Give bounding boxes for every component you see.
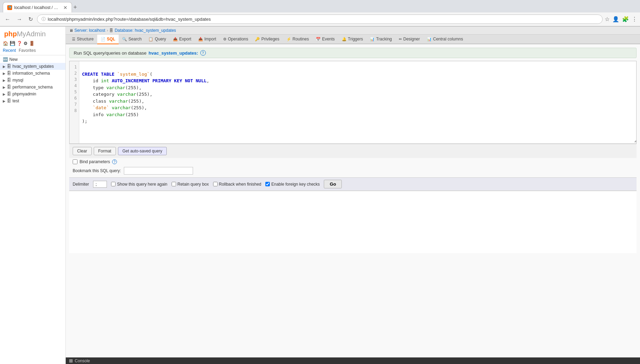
database-breadcrumb[interactable]: Database: hvac_system_updates xyxy=(115,28,176,33)
tab-export-label: Export xyxy=(179,37,191,41)
server-breadcrumb[interactable]: Server: localhost xyxy=(74,28,105,33)
tab-operations-icon: ⚙ xyxy=(223,37,227,41)
delimiter-input[interactable] xyxy=(93,181,107,188)
query-help-icon[interactable]: ? xyxy=(200,50,206,56)
active-tab[interactable]: 🐬 localhost / localhost / hv... ✕ xyxy=(3,2,72,12)
tab-export[interactable]: 📤Export xyxy=(170,35,195,44)
query-header: Run SQL query/queries on database hvac_s… xyxy=(69,48,637,58)
line-4: 4 xyxy=(72,83,77,89)
db-label-information_schema: information_schema xyxy=(12,71,50,76)
delimiter-row: Delimiter Show this query here again Ret… xyxy=(69,177,637,191)
tab-triggers[interactable]: 🔔Triggers xyxy=(338,35,367,44)
show-query-checkbox[interactable] xyxy=(111,182,116,186)
tab-title: localhost / localhost / hv... xyxy=(14,5,60,10)
line-numbers: 1 2 3 4 5 6 7 8 xyxy=(70,61,79,143)
tab-search[interactable]: 🔍Search xyxy=(119,35,145,44)
sidebar-db-information_schema[interactable]: ▶🗄information_schema xyxy=(0,70,65,77)
sidebar-db-performance_schema[interactable]: ▶🗄performance_schema xyxy=(0,84,65,91)
sidebar-db-test[interactable]: ▶🗄test xyxy=(0,97,65,104)
clear-button[interactable]: Clear xyxy=(73,147,92,155)
retain-query-checkbox[interactable] xyxy=(172,182,176,186)
new-tab-button[interactable]: + xyxy=(73,4,77,11)
sidebar-new-item[interactable]: 🆕 New xyxy=(0,56,65,63)
tab-import-icon: 📥 xyxy=(198,37,203,41)
nav-bar: ← → ↻ ⓘ localhost/phpmyadmin/index.php?r… xyxy=(0,12,640,26)
rollback-checkbox[interactable] xyxy=(213,182,218,186)
console-bar[interactable]: Console xyxy=(66,357,640,364)
favorites-tab[interactable]: Favorites xyxy=(19,48,36,53)
tab-routines-label: Routines xyxy=(293,37,309,41)
breadcrumb-sep-1: › xyxy=(107,28,108,33)
tab-tracking-label: Tracking xyxy=(376,37,392,41)
tab-routines[interactable]: ⚡Routines xyxy=(283,35,312,44)
db-name-link[interactable]: hvac_system_updates: xyxy=(149,50,198,56)
get-autosaved-button[interactable]: Get auto-saved query xyxy=(118,147,167,155)
db-expand-icon: ▶ xyxy=(3,78,6,82)
extensions-button[interactable]: 🧩 xyxy=(622,16,629,22)
go-button[interactable]: Go xyxy=(324,180,342,188)
show-query-label: Show this query here again xyxy=(111,182,167,187)
sidebar-home-btn[interactable]: 🏠 xyxy=(3,41,8,46)
line-1: 1 xyxy=(72,64,77,70)
tab-privileges[interactable]: 🔑Privileges xyxy=(252,35,283,44)
address-bar[interactable]: ⓘ localhost/phpmyadmin/index.php?route=/… xyxy=(37,15,603,24)
address-text: localhost/phpmyadmin/index.php?route=/da… xyxy=(48,17,598,22)
bookmark-input[interactable] xyxy=(124,167,193,175)
foreign-key-checkbox[interactable] xyxy=(265,182,270,186)
tab-operations-label: Operations xyxy=(228,37,248,41)
tab-designer-icon: ✏ xyxy=(399,37,402,41)
menu-button[interactable]: ⋮ xyxy=(632,16,637,22)
refresh-button[interactable]: ↻ xyxy=(26,15,35,23)
bottom-toolbar: Clear Format Get auto-saved query xyxy=(69,144,637,158)
line-6: 6 xyxy=(72,95,77,101)
bookmark-star-button[interactable]: ☆ xyxy=(605,16,610,22)
db-icon-hvac_system_updates: 🗄 xyxy=(7,64,11,69)
bind-parameters-checkbox[interactable] xyxy=(73,159,77,164)
bind-parameters-help[interactable]: ? xyxy=(112,159,117,164)
tab-privileges-label: Privileges xyxy=(261,37,279,41)
tab-search-label: Search xyxy=(128,37,141,41)
sql-textarea[interactable]: CREATE TABLE `system_log`( id int AUTO_I… xyxy=(79,61,636,143)
tab-query[interactable]: 📋Query xyxy=(145,35,170,44)
retain-query-label: Retain query box xyxy=(172,182,209,187)
db-icon-test: 🗄 xyxy=(7,99,11,103)
sidebar-db-phpmyadmin[interactable]: ▶🗄phpmyadmin xyxy=(0,91,65,97)
bind-parameters-row: Bind parameters ? xyxy=(69,158,637,166)
sidebar-db-mysql[interactable]: ▶🗄mysql xyxy=(0,77,65,84)
tab-central_columns-icon: 📊 xyxy=(427,37,432,41)
tab-close-button[interactable]: ✕ xyxy=(63,5,67,10)
tab-designer-label: Designer xyxy=(403,37,420,41)
sidebar-logout-btn[interactable]: 🚪 xyxy=(29,41,35,46)
tab-events-icon: 📅 xyxy=(316,37,321,41)
db-label-performance_schema: performance_schema xyxy=(12,85,53,90)
tab-designer[interactable]: ✏Designer xyxy=(395,35,423,44)
recent-tab[interactable]: Recent xyxy=(3,48,16,53)
sidebar-db-hvac_system_updates[interactable]: ▶🗄hvac_system_updates xyxy=(0,63,65,70)
bookmark-row: Bookmark this SQL query: xyxy=(69,166,637,177)
tab-triggers-label: Triggers xyxy=(348,37,363,41)
sidebar-help-btn[interactable]: ❓ xyxy=(17,41,22,46)
forward-button[interactable]: → xyxy=(15,16,24,23)
console-icon xyxy=(69,359,73,363)
rollback-text: Rollback when finished xyxy=(219,182,262,187)
tab-operations[interactable]: ⚙Operations xyxy=(220,35,252,44)
tab-structure[interactable]: ☰Structure xyxy=(68,35,97,44)
editor-resize-handle[interactable]: ◢ xyxy=(632,139,636,143)
code-editor[interactable]: 1 2 3 4 5 6 7 8 CREATE TABLE `system_log… xyxy=(69,61,637,144)
back-button[interactable]: ← xyxy=(3,16,12,23)
foreign-key-label: Enable foreign key checks xyxy=(265,182,320,187)
format-button[interactable]: Format xyxy=(94,147,116,155)
tab-tracking[interactable]: 📊Tracking xyxy=(366,35,395,44)
sidebar-save-btn[interactable]: 💾 xyxy=(10,41,15,46)
tab-import[interactable]: 📥Import xyxy=(195,35,220,44)
retain-query-text: Retain query box xyxy=(177,182,209,187)
tab-sql[interactable]: 📄SQL xyxy=(97,35,119,44)
tab-events[interactable]: 📅Events xyxy=(312,35,338,44)
db-label-mysql: mysql xyxy=(12,78,23,83)
tab-central_columns[interactable]: 📊Central columns xyxy=(423,35,467,44)
account-button[interactable]: 👤 xyxy=(612,16,619,22)
sidebar-settings-btn[interactable]: ⚙ xyxy=(24,41,28,46)
browser-chrome: 🐬 localhost / localhost / hv... ✕ + ← → … xyxy=(0,0,640,27)
tab-privileges-icon: 🔑 xyxy=(255,37,260,41)
tab-sql-icon: 📄 xyxy=(101,37,106,41)
